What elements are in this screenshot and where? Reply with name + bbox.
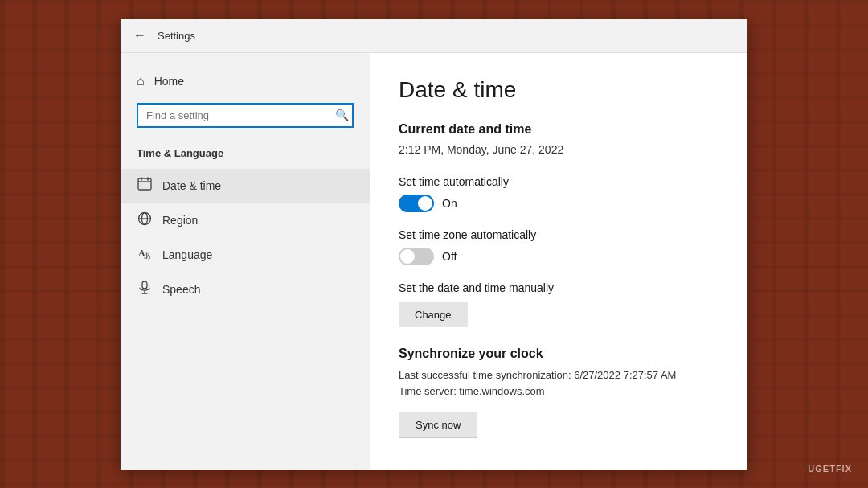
home-icon: ⌂	[137, 74, 145, 88]
svg-rect-0	[138, 178, 151, 190]
change-button[interactable]: Change	[399, 302, 468, 327]
sync-info-line1: Last successful time synchronization: 6/…	[399, 369, 676, 381]
auto-time-toggle-row: On	[399, 195, 719, 212]
search-container: 🔍	[121, 96, 370, 141]
auto-time-slider	[399, 195, 434, 212]
sidebar: ⌂ Home 🔍 Time & Language	[121, 53, 370, 470]
sidebar-item-label: Speech	[162, 283, 200, 296]
sidebar-item-home[interactable]: ⌂ Home	[121, 66, 370, 96]
search-icon[interactable]: 🔍	[335, 109, 349, 121]
manual-label: Set the date and time manually	[399, 281, 719, 294]
home-label: Home	[154, 75, 184, 88]
auto-timezone-slider	[399, 248, 434, 265]
sidebar-item-date-time[interactable]: Date & time	[121, 169, 370, 203]
manual-section: Set the date and time manually Change	[399, 281, 719, 327]
sidebar-item-speech[interactable]: Speech	[121, 273, 370, 307]
window-title: Settings	[158, 30, 195, 42]
auto-timezone-value: Off	[442, 250, 457, 263]
sidebar-item-label: Language	[162, 248, 212, 261]
sync-title: Synchronize your clock	[399, 347, 719, 361]
section-header: Time & Language	[121, 141, 370, 166]
auto-time-toggle[interactable]	[399, 195, 434, 212]
sync-now-button[interactable]: Sync now	[399, 412, 477, 438]
svg-text:あ: あ	[144, 252, 151, 260]
sidebar-item-region[interactable]: Region	[121, 203, 370, 238]
page-title: Date & time	[399, 77, 719, 103]
sidebar-item-language[interactable]: A あ Language	[121, 238, 370, 273]
sidebar-item-label: Date & time	[162, 179, 221, 192]
search-input[interactable]	[137, 103, 354, 128]
region-icon	[137, 211, 153, 230]
current-section-title: Current date and time	[399, 122, 719, 137]
language-icon: A あ	[137, 246, 153, 265]
speech-icon	[137, 281, 153, 299]
sync-info: Last successful time synchronization: 6/…	[399, 367, 719, 401]
auto-timezone-toggle-row: Off	[399, 248, 719, 265]
svg-rect-9	[142, 281, 147, 289]
sync-info-line2: Time server: time.windows.com	[399, 385, 545, 397]
watermark: UGETFIX	[808, 464, 852, 474]
date-time-icon	[137, 177, 153, 195]
current-datetime: 2:12 PM, Monday, June 27, 2022	[399, 143, 719, 156]
right-panel: Date & time Current date and time 2:12 P…	[370, 53, 747, 470]
auto-timezone-setting: Set time zone automatically Off	[399, 228, 719, 265]
auto-timezone-toggle[interactable]	[399, 248, 434, 265]
auto-time-setting: Set time automatically On	[399, 175, 719, 212]
back-button[interactable]: ←	[130, 26, 149, 45]
sync-section: Synchronize your clock Last successful t…	[399, 347, 719, 439]
auto-time-value: On	[442, 197, 457, 210]
auto-time-label: Set time automatically	[399, 175, 719, 188]
auto-timezone-label: Set time zone automatically	[399, 228, 719, 241]
sidebar-item-label: Region	[162, 214, 198, 227]
title-bar: ← Settings	[121, 19, 747, 53]
main-content: ⌂ Home 🔍 Time & Language	[121, 53, 747, 470]
